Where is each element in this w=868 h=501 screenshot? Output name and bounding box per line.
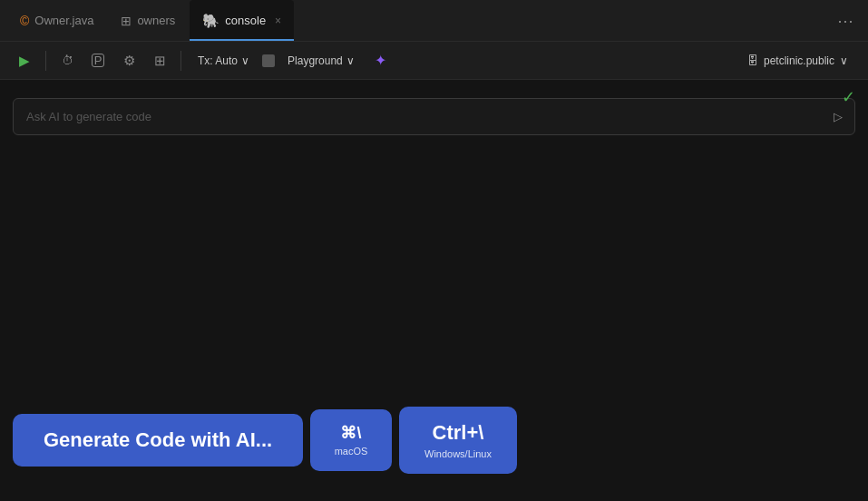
generate-code-button[interactable]: Generate Code with AI... xyxy=(13,414,303,467)
grid-icon: ⊞ xyxy=(154,53,166,69)
ctrl-platform-label: Windows/Linux xyxy=(421,447,495,461)
bottom-buttons: Generate Code with AI... ⌘\ macOS Ctrl+\… xyxy=(13,407,517,474)
tx-dropdown[interactable]: Tx: Auto ∨ xyxy=(189,51,258,71)
stop-button[interactable] xyxy=(262,54,275,67)
settings-icon: ⚙ xyxy=(123,53,135,69)
tab-console-close[interactable]: × xyxy=(275,15,281,27)
run-button[interactable]: ▶ xyxy=(11,48,38,74)
toolbar: ▶ ⏱ P ⚙ ⊞ Tx: Auto ∨ Playground ∨ ✦ 🗄 pe… xyxy=(0,42,868,80)
tab-owner-java[interactable]: © Owner.java xyxy=(7,0,106,41)
ai-refresh-button[interactable]: ✦ xyxy=(367,48,395,74)
console-elephant-icon: 🐘 xyxy=(202,13,219,29)
ai-swirl-icon: ✦ xyxy=(375,52,386,69)
tab-console[interactable]: 🐘 console × xyxy=(190,0,294,41)
ctrl-shortcut-key: Ctrl+\ xyxy=(421,419,495,447)
mac-platform-label: macOS xyxy=(328,445,374,458)
main-content: ✓ ▷ Generate Code with AI... ⌘\ macOS Ct… xyxy=(0,80,868,501)
schema-selector[interactable]: 🗄 petclinic.public ∨ xyxy=(738,51,857,71)
settings-button[interactable]: ⚙ xyxy=(115,48,142,74)
playground-chevron-icon: ∨ xyxy=(346,54,355,67)
toolbar-separator-1 xyxy=(45,51,46,71)
mac-shortcut-button[interactable]: ⌘\ macOS xyxy=(310,409,392,472)
ctrl-shortcut-button[interactable]: Ctrl+\ Windows/Linux xyxy=(399,407,517,474)
more-tabs-button[interactable]: ⋯ xyxy=(830,7,861,34)
playground-dropdown[interactable]: Playground ∨ xyxy=(278,51,364,71)
schema-chevron-icon: ∨ xyxy=(840,54,848,67)
owner-java-icon: © xyxy=(20,14,29,28)
schema-db-icon: 🗄 xyxy=(747,54,758,67)
send-icon: ▷ xyxy=(834,110,843,123)
ai-input[interactable] xyxy=(14,99,822,134)
bookmark-button[interactable]: P xyxy=(84,48,112,74)
toolbar-separator-2 xyxy=(180,51,181,71)
schema-label: petclinic.public xyxy=(764,54,834,67)
ai-input-container: ▷ xyxy=(13,98,855,135)
history-icon: ⏱ xyxy=(62,54,73,67)
run-icon: ▶ xyxy=(19,53,30,69)
tab-owners-label: owners xyxy=(137,14,175,27)
tab-console-label: console xyxy=(225,14,266,27)
tab-owners[interactable]: ⊞ owners xyxy=(108,0,188,41)
history-button[interactable]: ⏱ xyxy=(54,48,81,74)
parking-icon: P xyxy=(92,54,105,67)
tab-bar: © Owner.java ⊞ owners 🐘 console × ⋯ xyxy=(0,0,868,42)
checkmark-icon: ✓ xyxy=(842,87,855,107)
tx-chevron-icon: ∨ xyxy=(241,54,249,67)
mac-shortcut-key: ⌘\ xyxy=(328,422,374,445)
owners-icon: ⊞ xyxy=(121,14,132,28)
tab-owner-java-label: Owner.java xyxy=(34,14,93,27)
playground-label: Playground xyxy=(288,54,343,67)
grid-button[interactable]: ⊞ xyxy=(146,48,173,74)
tx-label: Tx: Auto xyxy=(198,54,238,67)
generate-code-label: Generate Code with AI... xyxy=(44,428,272,451)
